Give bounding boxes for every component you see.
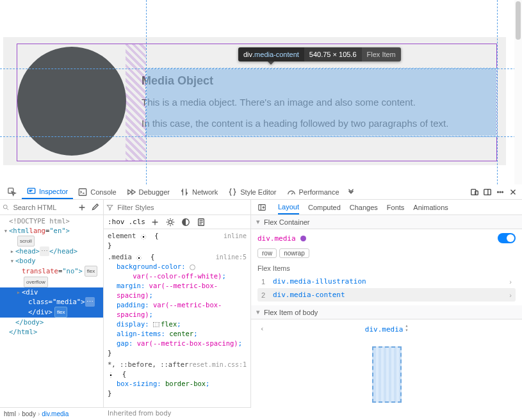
media-illustration xyxy=(17,47,126,156)
svg-rect-0 xyxy=(8,188,13,193)
responsive-design-button[interactable] xyxy=(468,186,481,198)
doctype-node: <!DOCTYPE html> xyxy=(9,216,70,226)
chevron-right-icon: › xyxy=(509,278,512,286)
eyedropper-button[interactable] xyxy=(89,202,101,213)
flex-items-label: Flex Items xyxy=(257,264,516,272)
chevron-right-icon: › xyxy=(509,291,512,299)
svg-rect-1 xyxy=(28,188,35,193)
cls-toggle[interactable]: .cls xyxy=(129,218,146,226)
tab-network[interactable]: Network xyxy=(175,184,223,199)
tab-style-editor[interactable]: Style Editor xyxy=(223,184,281,199)
content-paragraph: This is a media object. There's an image… xyxy=(142,97,448,108)
devtools-body: <!DOCTYPE html> ▾<html lang="en"> scroll… xyxy=(0,200,522,420)
prev-item-button[interactable]: ‹ xyxy=(260,325,269,333)
devtools-tabbar: Inspector Console Debugger Network Style… xyxy=(0,184,522,200)
devtools: Inspector Console Debugger Network Style… xyxy=(0,184,522,420)
add-rule-button[interactable] xyxy=(149,216,161,228)
dark-scheme-button[interactable] xyxy=(180,216,192,228)
scroll-badge[interactable]: scroll xyxy=(17,236,35,246)
tab-inspector[interactable]: Inspector xyxy=(22,184,73,199)
content-paragraph: In this case, the content is a heading f… xyxy=(142,118,448,129)
rules-list[interactable]: inline element {} inline:5 .media { back… xyxy=(104,229,250,420)
crumb[interactable]: body xyxy=(22,410,36,417)
tab-animations[interactable]: Animations xyxy=(413,200,448,214)
dom-pane: <!DOCTYPE html> ▾<html lang="en"> scroll… xyxy=(0,200,104,420)
color-swatch[interactable] xyxy=(190,264,195,270)
selected-dom-node[interactable]: ▸<div xyxy=(0,287,103,297)
dom-tree[interactable]: <!DOCTYPE html> ▾<html lang="en"> scroll… xyxy=(0,215,103,420)
gear-icon[interactable] xyxy=(140,233,147,239)
tabs-overflow-button[interactable] xyxy=(345,186,357,198)
tab-performance[interactable]: Performance xyxy=(282,184,345,199)
section-flex-item-of[interactable]: ▾Flex Item of body xyxy=(251,305,522,319)
rules-subtoolbar: :hov .cls xyxy=(104,215,250,229)
svg-point-9 xyxy=(3,205,7,209)
overlay-color-swatch[interactable] xyxy=(300,236,306,241)
toggle-sidebar-button[interactable] xyxy=(255,200,269,214)
tab-label: Console xyxy=(90,188,116,196)
more-options-button[interactable] xyxy=(494,186,507,198)
scrollbar[interactable] xyxy=(514,0,522,194)
section-flex-container[interactable]: ▾Flex Container xyxy=(251,215,522,229)
search-icon xyxy=(3,204,9,211)
rule-source[interactable]: inline:5 xyxy=(216,252,247,262)
search-html-input[interactable] xyxy=(12,203,75,212)
tab-console[interactable]: Console xyxy=(73,184,121,199)
flex-item-link[interactable]: 1 div.media-illustration › xyxy=(257,275,516,288)
close-devtools-button[interactable] xyxy=(507,186,519,198)
tooltip-tag: div xyxy=(243,51,252,58)
gear-icon[interactable] xyxy=(108,371,114,378)
layout-tabs: Layout Computed Changes Fonts Animations xyxy=(251,200,522,215)
section-title: Flex Item of body xyxy=(264,309,318,316)
flex-badge[interactable]: flex xyxy=(54,307,67,318)
layout-pane: Layout Computed Changes Fonts Animations… xyxy=(251,200,522,420)
section-title: Flex Container xyxy=(264,218,310,226)
tab-layout[interactable]: Layout xyxy=(278,200,299,214)
pick-element-button[interactable] xyxy=(3,184,22,199)
print-media-button[interactable] xyxy=(195,216,207,228)
filter-styles-input[interactable] xyxy=(116,203,248,212)
crumb[interactable]: html xyxy=(4,410,16,417)
add-node-button[interactable] xyxy=(76,202,88,213)
hov-toggle[interactable]: :hov xyxy=(108,218,125,226)
tab-computed[interactable]: Computed xyxy=(308,200,341,214)
svg-point-6 xyxy=(498,191,499,193)
dock-side-button[interactable] xyxy=(481,186,494,198)
flex-item-link[interactable]: 2 div.media-content › xyxy=(257,288,516,302)
dom-pane-toolbar xyxy=(0,200,103,215)
tab-label: Network xyxy=(192,188,218,196)
tab-label: Performance xyxy=(299,188,339,196)
flex-direction-pill: row xyxy=(257,248,277,258)
tooltip-class: .media-content xyxy=(252,51,299,58)
flex-wrap-pill: nowrap xyxy=(279,248,309,258)
page-viewport: Media Object This is a media object. The… xyxy=(0,0,522,195)
flex-parent-selector[interactable]: div.media▴▾ xyxy=(365,323,408,334)
tab-fonts[interactable]: Fonts xyxy=(387,200,405,214)
light-scheme-button[interactable] xyxy=(165,216,176,228)
rules-inherited-label: Inherited from body xyxy=(104,407,251,420)
tab-changes[interactable]: Changes xyxy=(350,200,378,214)
flex-item-diagram xyxy=(372,346,402,403)
overflow-badge[interactable]: overflow xyxy=(24,277,48,287)
rules-pane-toolbar xyxy=(104,200,250,215)
rule-selector: .media xyxy=(108,253,132,261)
flex-container-selector[interactable]: div.media xyxy=(257,234,296,243)
flex-swatch[interactable] xyxy=(153,322,159,327)
rules-pane: :hov .cls inline element {} inline:5 .me… xyxy=(104,200,251,420)
rule-source[interactable]: inline xyxy=(224,231,247,241)
scrollbar-thumb[interactable] xyxy=(516,1,521,40)
tab-debugger[interactable]: Debugger xyxy=(122,184,175,199)
rule-source[interactable]: reset.min.css:1 xyxy=(189,360,247,369)
svg-point-7 xyxy=(500,191,501,193)
svg-point-13 xyxy=(142,236,144,238)
breadcrumb: html › body › div.media xyxy=(0,407,104,420)
crumb[interactable]: div.media xyxy=(42,410,69,417)
flex-badge[interactable]: flex xyxy=(85,266,97,277)
tooltip-kind: Flex Item xyxy=(362,47,401,61)
filter-icon xyxy=(106,204,113,211)
tab-label: Debugger xyxy=(139,188,170,196)
svg-point-8 xyxy=(502,191,503,193)
gear-icon[interactable] xyxy=(136,254,142,261)
svg-rect-2 xyxy=(79,188,86,195)
flex-overlay-toggle[interactable] xyxy=(498,233,516,243)
